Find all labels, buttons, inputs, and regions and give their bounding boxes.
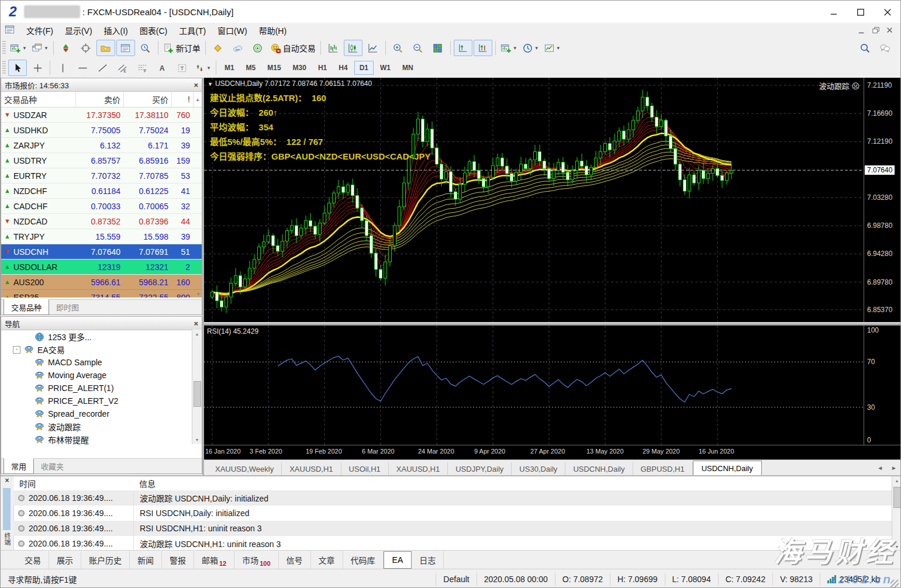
col-sell[interactable]: 卖价 [76,92,124,107]
timeframe-M30[interactable]: M30 [288,61,312,75]
terminal-tab-展示[interactable]: 展示 [49,551,81,569]
close-icon[interactable]: × [194,319,198,328]
tab-scroll-right-icon[interactable]: ► [891,465,897,471]
log-row[interactable]: 2020.06.18 19:36:49....波动跟踪 USDCNH,Daily… [13,490,892,506]
chart-shift-toggle[interactable] [474,40,492,56]
mdi-minimize-button[interactable] [855,25,869,36]
terminal-tab-交易[interactable]: 交易 [17,551,49,569]
log-row[interactable]: 2020.06.18 19:36:49....RSI USDCNH,H1: un… [13,521,892,536]
terminal-tab-信号[interactable]: 信号 [279,551,311,569]
nav-item-Spread_recorder[interactable]: Spread_recorder [1,407,202,420]
vline-tool[interactable] [53,60,72,76]
rsi-subwindow[interactable]: 10070300 RSI(14) 45.2429 [204,326,901,445]
rsi-chart[interactable] [204,326,864,445]
terminal-tab-警报[interactable]: 警报 [162,551,194,569]
tab-scroll-left-icon[interactable]: ◄ [877,465,883,471]
mdi-restore-button[interactable] [869,25,883,36]
templates-button[interactable]: ▼ [542,40,562,56]
timeframe-M1[interactable]: M1 [219,61,240,75]
chart-tab-USOil,H1[interactable]: USOil,H1 [341,462,389,476]
strategy-tester-toggle[interactable] [136,40,155,56]
maximize-button[interactable] [847,1,874,23]
tab-交易品种[interactable]: 交易品种 [4,299,49,315]
menu-显示(V)[interactable]: 显示(V) [59,23,98,38]
col-time[interactable]: 时间 [13,478,133,489]
symbol-row-EURTRY[interactable]: ▲EURTRY7.707327.7078553 [1,168,202,184]
resize-grip[interactable] [890,580,899,588]
scroll-up-icon[interactable]: ▲ [194,92,202,107]
terminal-drag-strip[interactable] [3,488,11,530]
menu-工具(T)[interactable]: 工具(T) [173,23,212,38]
col-message[interactable]: 信息 [133,478,892,489]
terminal-tab-EA[interactable]: EA [384,551,412,569]
timeframe-M15[interactable]: M15 [262,61,286,75]
terminal-tab-新闻[interactable]: 新闻 [130,551,162,569]
nav-item-EA交易[interactable]: -EA交易 [1,343,202,356]
chart-tab-XAUUSD,Weekly[interactable]: XAUUSD,Weekly [208,462,282,476]
close-icon[interactable]: × [194,81,198,89]
timeframe-D1[interactable]: D1 [354,61,374,75]
profiles-button[interactable]: ▼ [30,40,50,56]
terminal-tab-邮箱[interactable]: 邮箱12 [194,551,234,569]
timeframe-H4[interactable]: H4 [333,61,353,75]
symbol-row-USDCNH[interactable]: ▼USDCNH7.076407.0769151 [1,244,202,260]
label-tool[interactable]: T [172,60,191,76]
status-profile[interactable]: Default [436,573,476,586]
cloud-button[interactable] [229,40,247,56]
candle-chart-button[interactable] [344,40,363,56]
timeframe-H1[interactable]: H1 [313,61,332,75]
data-window-toggle[interactable] [77,40,95,56]
new-chart-button[interactable]: ▼ [8,40,29,56]
chart-tab-XAUUSD,H1[interactable]: XAUUSD,H1 [282,462,341,476]
timeframe-W1[interactable]: W1 [375,61,396,75]
metaeditor-button[interactable] [209,40,227,56]
menu-窗口(W)[interactable]: 窗口(W) [212,23,253,38]
terminal-scrollbar[interactable]: ▲ ▼ [892,476,901,551]
log-row[interactable]: 2020.06.18 19:36:49....波动跟踪 USDCNH,H1: u… [13,536,892,551]
trendline-tool[interactable] [93,60,112,76]
symbol-row-NZDCAD[interactable]: ▼NZDCAD0.873520.8739644 [1,214,202,229]
terminal-tab-市场[interactable]: 市场100 [234,551,278,569]
chart-tab-USDCNH,Daily[interactable]: USDCNH,Daily [693,461,762,476]
auto-trading-button[interactable]: 自动交易 [268,40,317,56]
arrows-tool[interactable]: ▼ [192,60,213,76]
timeframe-MN[interactable]: MN [397,61,419,75]
symbol-row-TRYJPY[interactable]: ▲TRYJPY15.55915.59839 [1,229,202,244]
periods-button[interactable]: ▼ [520,40,541,56]
col-buy[interactable]: 买价 [124,92,172,107]
one-click-icon[interactable]: ▼ [208,81,213,87]
crosshair-tool[interactable] [28,60,47,76]
terminal-tab-日志[interactable]: 日志 [412,551,444,569]
nav-item-布林带提醒[interactable]: 布林带提醒 [1,433,202,445]
chart-tab-USDJPY,Daily[interactable]: USDJPY,Daily [448,462,512,476]
cursor-tool[interactable] [8,60,27,76]
market-watch-toggle[interactable] [57,40,75,56]
nav-item-PRICE_ALERT_V2[interactable]: PRICE_ALERT_V2 [1,395,202,407]
symbol-row-USDHKD[interactable]: ▲USDHKD7.750057.7502419 [1,123,202,138]
mdi-close-button[interactable] [883,25,897,36]
col-symbol[interactable]: 交易品种 [1,92,76,107]
terminal-tab-代码库[interactable]: 代码库 [343,551,384,569]
symbol-row-AUS200[interactable]: ▲AUS2005966.615968.21160 [1,275,202,290]
menu-文件(F)[interactable]: 文件(F) [20,23,59,38]
tile-windows-button[interactable] [429,40,447,56]
col-spread[interactable]: ! [172,92,194,107]
nav-item-PRICE_ALERT(1)[interactable]: PRICE_ALERT(1) [1,382,202,395]
chart-tab-USDCNH,Daily[interactable]: USDCNH,Daily [565,462,633,476]
tab-常用[interactable]: 常用 [4,458,34,474]
auto-scroll-toggle[interactable] [454,40,472,56]
menu-帮助(H)[interactable]: 帮助(H) [253,23,292,38]
chart-tab-XAUUSD,H1[interactable]: XAUUSD,H1 [389,462,448,476]
symbol-row-ESP35[interactable]: ▲ESP357314.557322.55800 [1,290,202,298]
chart-tab-US30,Daily[interactable]: US30,Daily [512,462,565,476]
symbol-row-CADCHF[interactable]: ▲CADCHF0.700330.7006532 [1,199,202,214]
zoom-in-button[interactable] [389,40,408,56]
symbol-row-USDOLLAR[interactable]: ▲USDOLLAR12319123212 [1,260,202,275]
zoom-out-button[interactable] [409,40,427,56]
chart-tab-GBPUSD,H1[interactable]: GBPUSD,H1 [633,462,693,476]
toolbar-grip[interactable] [2,61,6,75]
tab-收藏夹[interactable]: 收藏夹 [34,459,71,473]
main-chart[interactable]: 7.211907.166907.121907.032806.987806.942… [204,78,901,322]
nav-item-MACD Sample[interactable]: MACD Sample [1,356,202,369]
nav-item-1253 更多...[interactable]: 1253 更多... [1,330,202,343]
